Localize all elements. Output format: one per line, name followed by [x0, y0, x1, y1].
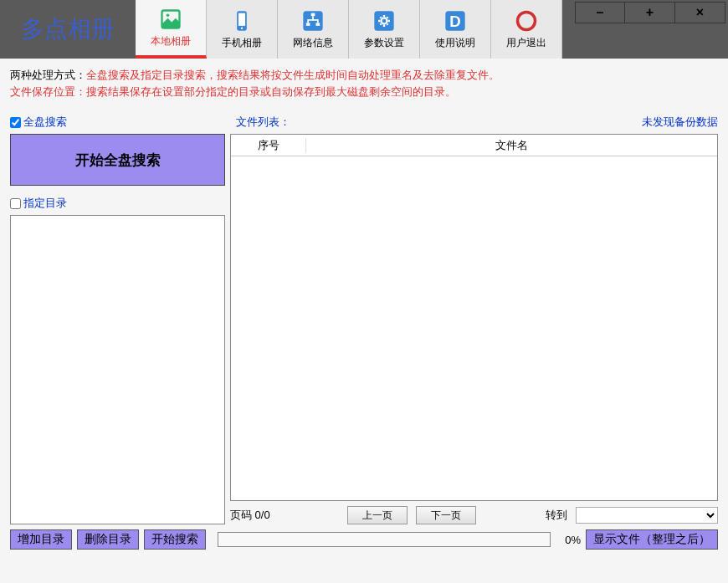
tab-label: 使用说明 [435, 36, 475, 50]
maximize-button[interactable]: + [625, 2, 675, 23]
specify-dir-checkbox[interactable]: 指定目录 [10, 196, 225, 211]
table-body[interactable] [231, 156, 717, 500]
tab-label: 参数设置 [364, 36, 404, 50]
tab-phone-album[interactable]: 手机相册 [207, 0, 278, 59]
image-icon [159, 8, 182, 31]
tab-network-info[interactable]: 网络信息 [278, 0, 349, 59]
specify-dir-label: 指定目录 [23, 196, 67, 211]
app-title: 多点相册 [0, 0, 136, 59]
add-dir-button[interactable]: 增加目录 [10, 529, 72, 550]
svg-point-4 [241, 27, 243, 28]
file-table: 序号 文件名 [230, 134, 718, 501]
tab-label: 本地相册 [151, 34, 191, 49]
exit-icon [515, 9, 538, 33]
full-search-checkbox[interactable]: 全盘搜索 [10, 115, 236, 130]
tab-label: 手机相册 [222, 36, 262, 50]
directory-list[interactable] [10, 215, 225, 524]
svg-rect-9 [374, 11, 393, 30]
progress-percent: 0% [556, 534, 581, 546]
svg-rect-8 [316, 23, 320, 26]
close-button[interactable]: × [675, 2, 725, 23]
prev-page-button[interactable]: 上一页 [347, 506, 408, 524]
info-line2: 文件保存位置：搜索结果保存在设置部分指定的目录或自动保存到最大磁盘剩余空间的目录… [10, 84, 718, 100]
start-full-search-button[interactable]: 开始全盘搜索 [10, 134, 225, 186]
goto-label: 转到 [546, 508, 567, 523]
svg-point-13 [518, 12, 536, 29]
file-list-label: 文件列表： [236, 115, 290, 130]
col-name-header[interactable]: 文件名 [306, 138, 717, 153]
full-search-label: 全盘搜索 [23, 115, 67, 130]
show-files-button[interactable]: 显示文件（整理之后） [586, 529, 718, 550]
tab-label: 网络信息 [293, 36, 333, 50]
gear-icon [372, 9, 396, 33]
del-dir-button[interactable]: 删除目录 [77, 529, 139, 550]
next-page-button[interactable]: 下一页 [416, 506, 476, 524]
tabs-bar: 本地相册 手机相册 网络信息 参数设置 D 使用说明 用户退出 [136, 0, 562, 59]
tab-help[interactable]: D 使用说明 [420, 0, 491, 59]
help-icon: D [443, 9, 467, 33]
tab-label: 用户退出 [506, 36, 546, 50]
network-icon [301, 9, 325, 33]
progress-bar [218, 532, 551, 547]
info-text: 两种处理方式：全盘搜索及指定目录搜索，搜索结果将按文件生成时间自动处理重名及去除… [10, 67, 718, 100]
minimize-button[interactable]: – [575, 2, 625, 23]
full-search-checkbox-input[interactable] [10, 117, 21, 128]
svg-rect-6 [311, 13, 315, 16]
backup-status: 未发现备份数据 [642, 115, 718, 130]
info-line1-prefix: 两种处理方式： [10, 69, 86, 81]
tab-exit[interactable]: 用户退出 [491, 0, 562, 59]
table-header: 序号 文件名 [231, 135, 717, 156]
svg-rect-3 [238, 13, 245, 25]
start-search-button[interactable]: 开始搜索 [144, 529, 206, 550]
svg-rect-7 [306, 23, 310, 26]
window-controls: – + × [575, 0, 728, 59]
svg-text:D: D [449, 13, 460, 30]
col-seq-header[interactable]: 序号 [231, 138, 306, 153]
info-line1-rest: 全盘搜索及指定目录搜索，搜索结果将按文件生成时间自动处理重名及去除重复文件。 [86, 69, 500, 81]
tab-settings[interactable]: 参数设置 [349, 0, 420, 59]
specify-dir-checkbox-input[interactable] [10, 198, 21, 209]
phone-icon [230, 9, 254, 33]
goto-select[interactable] [576, 507, 718, 524]
tab-local-album[interactable]: 本地相册 [136, 0, 207, 59]
svg-point-1 [167, 13, 170, 16]
page-info: 页码 0/0 [230, 508, 339, 523]
